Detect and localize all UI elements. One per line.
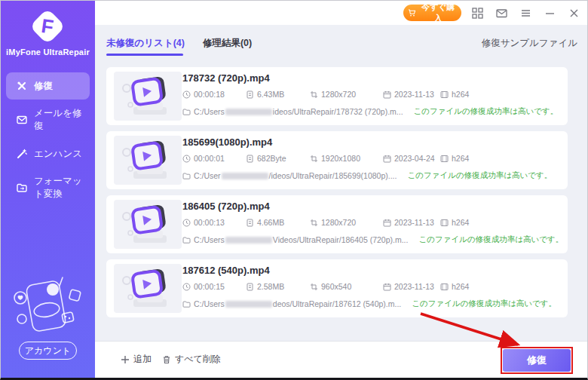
sidebar-nav: 修復 メールを修復 エンハンス — [1, 72, 95, 208]
file-size: 6.43MB — [257, 90, 284, 99]
repair-success-note: このファイルの修復成功率は高いです。 — [412, 299, 556, 309]
file-path-suffix: /ideos/UltraRepair/185699(1080p).... — [269, 171, 397, 180]
folder-icon — [182, 300, 191, 308]
file-size: 682Byte — [257, 154, 286, 163]
tab-repair-results[interactable]: 修理結果(0) — [203, 37, 252, 50]
sidebar-item-repair[interactable]: 修復 — [6, 72, 90, 100]
file-card[interactable]: 186405 (720p).mp4 00:00:13 4.66MB 1280x7… — [106, 195, 568, 253]
file-date: 2023-11-13 — [394, 218, 434, 227]
sidebar-item-label: 修復 — [34, 80, 53, 93]
file-meta: 00:00:15 2.58MB 960x540 2023-11-13 h264 — [182, 282, 469, 291]
file-codec: h264 — [452, 282, 469, 291]
content-area: 未修復のリスト(4) 修理結果(0) 修復サンプルファイル 1 — [95, 25, 588, 342]
file-path-row: C:/Usersdeos/UltraRepair/187612 (540p).m… — [182, 299, 556, 309]
plus-icon — [121, 355, 130, 364]
folder-convert-icon — [17, 182, 27, 193]
magic-wand-icon — [17, 149, 27, 159]
file-path-row: C:/Usersideos/UltraRepair/178732 (720p).… — [182, 106, 558, 117]
menu-icon[interactable] — [520, 8, 531, 19]
file-card[interactable]: 187612 (540p).mp4 00:00:15 2.58MB 960x54… — [106, 259, 568, 317]
file-path-prefix: C:/Users — [194, 299, 225, 308]
redacted-username — [225, 237, 272, 244]
sidebar-item-mail-repair[interactable]: メールを修復 — [6, 106, 90, 133]
tools-icon — [17, 81, 27, 91]
video-thumbnail-icon — [114, 264, 182, 313]
file-path-prefix: C:/Users — [194, 107, 225, 116]
apps-grid-icon[interactable] — [472, 8, 483, 19]
sidebar-item-label: エンハンス — [34, 148, 82, 161]
annotation-highlight-box: 修復 — [501, 347, 573, 374]
clock-icon — [182, 219, 191, 227]
file-meta: 00:00:01 682Byte 1920x1080 2023-04-24 h2… — [182, 154, 469, 163]
repair-button[interactable]: 修復 — [503, 349, 571, 372]
titlebar: 今すぐ購入 — [95, 1, 588, 25]
file-meta: 00:00:13 4.66MB 1280x720 2023-11-13 h264 — [182, 218, 469, 227]
file-size-icon — [246, 155, 254, 163]
tab-unrepaired-list[interactable]: 未修復のリスト(4) — [106, 37, 185, 50]
video-thumbnail-icon — [114, 72, 182, 121]
add-file-label: 追加 — [133, 353, 152, 366]
file-title: 185699(1080p).mp4 — [182, 136, 272, 148]
add-file-button[interactable]: 追加 — [121, 353, 152, 366]
file-size-icon — [246, 219, 254, 227]
delete-all-label: すべて削除 — [175, 353, 221, 366]
file-codec: h264 — [452, 154, 469, 163]
repair-success-note: このファイルの修復成功率は高いです。 — [414, 106, 559, 117]
file-duration: 00:00:18 — [194, 90, 225, 99]
buy-now-button[interactable]: 今すぐ購入 — [403, 5, 461, 21]
clock-icon — [182, 155, 191, 163]
redacted-username — [225, 301, 272, 308]
file-date: 2023-11-13 — [394, 282, 434, 291]
cart-icon — [408, 8, 416, 17]
file-size: 4.66MB — [257, 218, 284, 227]
file-resolution: 1280x720 — [321, 218, 356, 227]
buy-now-label: 今すぐ購入 — [420, 2, 457, 24]
file-date: 2023-11-13 — [394, 90, 434, 99]
redacted-username — [222, 173, 268, 179]
file-duration: 00:00:13 — [194, 218, 225, 227]
titlebar-icons — [472, 1, 580, 25]
sidebar: F iMyFone UltraRepair 修復 メールを修復 — [1, 1, 95, 378]
account-button[interactable]: アカウント — [19, 342, 77, 360]
file-path-suffix: ideos/UltraRepair/178732 (720p).m... — [273, 107, 403, 116]
codec-icon — [440, 155, 449, 163]
main-area: 今すぐ購入 — [95, 1, 588, 378]
resolution-icon — [310, 219, 318, 227]
resolution-icon — [310, 90, 318, 99]
calendar-icon — [383, 90, 391, 99]
file-path-row: C:/User/ideos/UltraRepair/185699(1080p).… — [182, 170, 552, 181]
resolution-icon — [310, 283, 318, 291]
file-resolution: 1920x1080 — [321, 154, 360, 163]
codec-icon — [440, 219, 449, 227]
video-thumbnail-icon — [114, 200, 182, 249]
repair-success-note: このファイルの修復成功率は高いです。 — [407, 170, 552, 181]
calendar-icon — [383, 155, 391, 163]
sidebar-item-enhance[interactable]: エンハンス — [6, 140, 90, 167]
mail-repair-icon — [17, 115, 27, 125]
clock-icon — [182, 90, 191, 99]
minimize-icon[interactable] — [544, 8, 556, 19]
close-icon[interactable] — [568, 8, 580, 19]
folder-icon — [182, 236, 191, 244]
trash-icon — [162, 355, 171, 364]
delete-all-button[interactable]: すべて削除 — [162, 353, 221, 366]
app-logo-icon: F — [28, 7, 67, 46]
file-codec: h264 — [452, 218, 469, 227]
file-title: 186405 (720p).mp4 — [182, 201, 270, 212]
folder-icon — [182, 172, 191, 180]
app-name: iMyFone UltraRepair — [1, 48, 95, 57]
file-card[interactable]: 178732 (720p).mp4 00:00:18 6.43MB 1280x7… — [106, 67, 568, 125]
file-resolution: 960x540 — [321, 282, 351, 291]
sidebar-item-label: フォーマット変換 — [34, 175, 90, 201]
repair-sample-file-link[interactable]: 修復サンプルファイル — [482, 37, 577, 50]
file-resolution: 1280x720 — [321, 90, 356, 99]
file-title: 178732 (720p).mp4 — [182, 72, 270, 84]
file-path-suffix: Videos/UltraRepair/186405 (720p).m... — [273, 235, 409, 244]
sidebar-item-format-convert[interactable]: フォーマット変換 — [6, 174, 90, 201]
file-path-suffix: deos/UltraRepair/187612 (540p).m... — [273, 299, 401, 308]
file-date: 2023-04-24 — [394, 154, 435, 163]
tabs-row: 未修復のリスト(4) 修理結果(0) 修復サンプルファイル — [106, 37, 577, 50]
feedback-mail-icon[interactable] — [496, 8, 507, 19]
file-card[interactable]: 185699(1080p).mp4 00:00:01 682Byte 1920x… — [106, 131, 568, 189]
repair-success-note: このファイルの修復成功率は高いです。 — [418, 234, 563, 245]
